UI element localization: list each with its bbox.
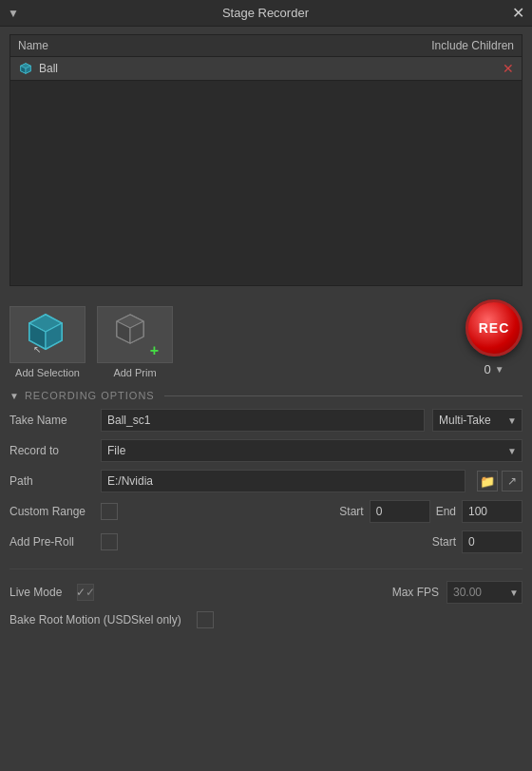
bake-root-motion-checkbox[interactable] xyxy=(197,611,214,628)
add-plus-icon: + xyxy=(150,343,159,358)
item-name: Ball xyxy=(39,62,503,75)
live-mode-checkbox[interactable]: ✓ xyxy=(77,584,94,601)
folder-button[interactable]: 📁 xyxy=(477,471,498,492)
selection-cube-icon xyxy=(24,311,67,355)
export-button[interactable]: ↗ xyxy=(502,471,522,492)
end-input[interactable] xyxy=(462,500,522,523)
folder-icon: 📁 xyxy=(480,474,495,489)
export-icon: ↗ xyxy=(507,474,517,488)
header-name: Name xyxy=(18,39,48,52)
frame-counter: 0 ▼ xyxy=(484,362,504,376)
add-pre-roll-label: Add Pre-Roll xyxy=(10,535,93,549)
pre-roll-start-input[interactable] xyxy=(462,530,522,553)
frame-count-value: 0 xyxy=(484,362,490,376)
stage-list-header: Name Include Children xyxy=(10,35,522,57)
bake-root-motion-row: Bake Root Motion (USDSkel only) xyxy=(10,611,522,628)
path-input[interactable] xyxy=(101,470,466,492)
start-label: Start xyxy=(339,505,363,518)
bake-root-motion-label: Bake Root Motion (USDSkel only) xyxy=(10,613,181,626)
stage-list-body: Ball ✕ xyxy=(10,57,522,285)
rec-area: REC 0 ▼ xyxy=(466,299,522,378)
max-fps-group: Max FPS ▼ xyxy=(392,581,522,604)
max-fps-label: Max FPS xyxy=(392,586,439,599)
end-label: End xyxy=(436,505,456,518)
custom-range-checkbox[interactable] xyxy=(101,503,118,520)
take-name-label: Take Name xyxy=(10,414,93,427)
title-bar-left: ▼ xyxy=(8,7,19,20)
add-pre-roll-row: Add Pre-Roll Start xyxy=(10,530,522,553)
title-bar-title: Stage Recorder xyxy=(222,6,309,20)
add-prim-button[interactable]: + xyxy=(97,306,173,363)
path-label: Path xyxy=(10,474,93,488)
cube-icon xyxy=(19,62,32,75)
prim-cube-icon xyxy=(111,311,149,349)
section-label: RECORDING OPTIONS xyxy=(25,390,155,401)
take-mode-select[interactable]: Multi-Take Single-Take xyxy=(432,409,522,432)
cursor-indicator: ↖ xyxy=(33,344,41,355)
path-icons: 📁 ↗ xyxy=(477,471,522,492)
list-item: Ball ✕ xyxy=(10,57,522,81)
pre-roll-inputs: Start xyxy=(432,530,522,553)
section-collapse-icon[interactable]: ▼ xyxy=(10,391,19,401)
header-include-children: Include Children xyxy=(431,39,514,52)
live-mode-label: Live Mode xyxy=(10,586,62,599)
title-bar-arrow-icon[interactable]: ▼ xyxy=(8,7,19,20)
bottom-options: Live Mode ✓ Max FPS ▼ Bake Root Motion (… xyxy=(0,573,532,628)
section-divider-line xyxy=(10,569,522,569)
rec-label: REC xyxy=(479,320,510,336)
recording-options-header: ▼ RECORDING OPTIONS xyxy=(0,384,532,405)
title-bar: ▼ Stage Recorder ✕ xyxy=(0,0,532,27)
buttons-row: ↖ Add Selection + Add Prim REC 0 xyxy=(0,294,532,384)
add-selection-label: Add Selection xyxy=(15,367,80,378)
take-name-input[interactable] xyxy=(101,409,425,432)
fps-wrap: ▼ xyxy=(446,581,522,604)
pre-roll-start-label: Start xyxy=(432,535,456,549)
record-to-label: Record to xyxy=(10,444,93,457)
custom-range-inputs: Start End xyxy=(339,500,522,523)
section-divider xyxy=(164,395,522,396)
add-prim-label: Add Prim xyxy=(113,367,156,378)
live-mode-row: Live Mode ✓ Max FPS ▼ xyxy=(10,581,522,604)
frame-counter-arrow-icon[interactable]: ▼ xyxy=(495,364,504,375)
close-button[interactable]: ✕ xyxy=(512,6,524,21)
record-to-select[interactable]: File Memory xyxy=(101,439,522,462)
path-row: Path 📁 ↗ xyxy=(10,470,522,492)
rec-button[interactable]: REC xyxy=(466,299,522,357)
add-prim-group: + Add Prim xyxy=(97,306,173,378)
item-icon xyxy=(18,61,33,76)
custom-range-row: Custom Range Start End xyxy=(10,500,522,523)
custom-range-label: Custom Range xyxy=(10,505,93,518)
fps-input[interactable] xyxy=(446,581,522,604)
remove-item-button[interactable]: ✕ xyxy=(503,61,514,76)
add-selection-group: ↖ Add Selection xyxy=(10,306,86,378)
take-name-row: Take Name Multi-Take Single-Take ▼ xyxy=(10,409,522,432)
record-to-row: Record to File Memory ▼ xyxy=(10,439,522,462)
options-area: Take Name Multi-Take Single-Take ▼ Recor… xyxy=(0,405,532,565)
start-input[interactable] xyxy=(370,500,430,523)
multi-take-wrap: Multi-Take Single-Take ▼ xyxy=(432,409,522,432)
record-to-wrap: File Memory ▼ xyxy=(101,439,522,462)
add-selection-button[interactable]: ↖ xyxy=(10,306,86,363)
add-pre-roll-checkbox[interactable] xyxy=(101,533,118,550)
stage-list-area: Name Include Children Ball ✕ xyxy=(10,34,522,286)
